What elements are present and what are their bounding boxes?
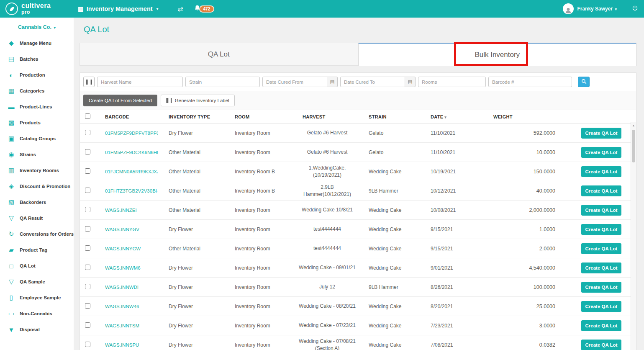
row-checkbox[interactable] — [85, 130, 90, 135]
sidebar-item-discount-promotion[interactable]: ◈ Discount & Promotion — [0, 178, 74, 194]
tab-qa-lot[interactable]: QA Lot — [80, 43, 358, 66]
sidebar-item-qa-result[interactable]: ▽ QA Result — [0, 210, 74, 226]
row-checkbox[interactable] — [85, 207, 90, 212]
inventory-type-cell: Dry Flower — [160, 316, 226, 335]
inventory-type-cell: Other Material — [160, 143, 226, 162]
non-cannabis-icon: ▭ — [8, 310, 15, 317]
create-qa-lot-button[interactable]: Create QA Lot — [581, 340, 622, 350]
sidebar-item-employee-sample[interactable]: ▯ Employee Sample — [0, 290, 74, 306]
search-button[interactable] — [578, 77, 590, 87]
barcode-link[interactable]: WAGS.INNWM6 — [105, 265, 158, 270]
barcode-link[interactable]: 01FM5PZF9DC4K6N6H0VV — [105, 150, 158, 155]
create-qa-lot-from-selected-button[interactable]: Create QA Lot From Selected — [83, 95, 157, 106]
create-qa-lot-button[interactable]: Create QA Lot — [581, 262, 622, 273]
strain-input[interactable] — [185, 77, 260, 87]
create-qa-lot-button[interactable]: Create QA Lot — [581, 128, 622, 139]
sidebar-item-inventory-rooms[interactable]: ▥ Inventory Rooms — [0, 162, 74, 178]
create-qa-lot-button[interactable]: Create QA Lot — [581, 147, 622, 158]
sidebar-item-batches[interactable]: ▤ Batches — [0, 51, 74, 67]
col-header-harvest[interactable]: HARVEST — [294, 110, 360, 124]
row-checkbox[interactable] — [85, 168, 90, 174]
barcode-link[interactable]: WAGS.INNYGW — [105, 246, 158, 251]
sidebar-item-qa-sample[interactable]: ▽ QA Sample — [0, 274, 74, 290]
sidebar-item-non-cannabis[interactable]: ▭ Non-Cannabis — [0, 306, 74, 322]
sidebar-item-production[interactable]: ◐ Production — [0, 67, 74, 83]
generate-inventory-label-button[interactable]: Generate Inventory Label — [161, 95, 235, 106]
date-cell: 8/20/2021 — [422, 297, 485, 316]
sidebar-item-categories[interactable]: ▦ Categories — [0, 83, 74, 99]
row-checkbox[interactable] — [85, 322, 90, 328]
sidebar-item-strains[interactable]: ◉ Strains — [0, 147, 74, 162]
barcode-link[interactable]: WAGS.INNYGV — [105, 227, 158, 232]
barcode-number-input[interactable] — [488, 77, 572, 87]
row-checkbox[interactable] — [85, 149, 90, 154]
sidebar-item-catalog-groups[interactable]: ▣ Catalog Groups — [0, 131, 74, 147]
create-qa-lot-button[interactable]: Create QA Lot — [581, 282, 622, 293]
sidebar-item-manage-menu[interactable]: ◆ Manage Menu — [0, 35, 74, 51]
create-qa-lot-button[interactable]: Create QA Lot — [581, 320, 622, 331]
barcode-scan-button[interactable] — [83, 77, 95, 87]
col-header-weight[interactable]: WEIGHT — [485, 110, 572, 124]
date-cured-from-input[interactable] — [262, 77, 327, 87]
row-checkbox[interactable] — [85, 342, 90, 347]
col-header-date[interactable]: DATE ▾ — [422, 110, 485, 124]
create-qa-lot-button[interactable]: Create QA Lot — [581, 243, 622, 254]
row-checkbox[interactable] — [85, 226, 90, 232]
tab-bulk-inventory[interactable]: Bulk Inventory — [358, 43, 637, 66]
col-header-strain[interactable]: STRAIN — [360, 110, 422, 124]
notifications-button[interactable]: 472 — [194, 5, 215, 13]
barcode-link[interactable]: 01FHTZ3TGB2V2V30BH953 — [105, 188, 158, 193]
select-all-checkbox[interactable] — [85, 113, 90, 119]
col-header-inventory-type[interactable]: INVENTORY TYPE — [160, 110, 226, 124]
sidebar-item-conversions-for-orders[interactable]: ↻ Conversions for Orders — [0, 226, 74, 242]
sidebar-item-backorders[interactable]: ▧ Backorders — [0, 194, 74, 210]
weight-cell: 1.0000 — [485, 220, 572, 239]
row-checkbox[interactable] — [85, 284, 90, 289]
row-checkbox[interactable] — [85, 303, 90, 309]
create-qa-lot-button[interactable]: Create QA Lot — [581, 205, 622, 216]
sidebar-item-disposal[interactable]: ▼ Disposal — [0, 322, 74, 337]
col-header-barcode[interactable]: BARCODE — [97, 110, 160, 124]
col-header-room[interactable]: ROOM — [226, 110, 294, 124]
harvest-name-input[interactable] — [97, 77, 183, 87]
app-title-menu[interactable]: ▦ Inventory Management ▾ — [78, 5, 158, 12]
sidebar-item-products[interactable]: ▩ Products — [0, 115, 74, 131]
inventory-type-cell: Other Material — [160, 239, 226, 258]
create-qa-lot-button[interactable]: Create QA Lot — [581, 166, 622, 177]
sidebar-item-product-tag[interactable]: ▰ Product Tag — [0, 242, 74, 258]
barcode-link[interactable]: 01FJCMN0A5RR9KXJXJ6W — [105, 169, 158, 174]
table-scrollbar[interactable]: ▲ — [631, 122, 636, 350]
row-checkbox[interactable] — [85, 188, 90, 193]
company-selector[interactable]: Cannabis Co. ▾ — [0, 24, 74, 30]
barcode-link[interactable]: WAGS.INNW46 — [105, 304, 158, 309]
barcode-cell: WAGS.INNWM6 — [97, 258, 160, 278]
row-checkbox[interactable] — [85, 265, 90, 270]
harvest-cell: 2.9LB Hammer(10/12/2021) — [294, 181, 360, 201]
scroll-thumb[interactable] — [632, 130, 635, 162]
calendar-icon: ▤ — [408, 79, 412, 85]
barcode-link[interactable]: WAGS.INNTSM — [105, 323, 158, 328]
sidebar-item-product-lines[interactable]: ▬ Product-Lines — [0, 99, 74, 115]
logout-power-button[interactable] — [632, 5, 638, 13]
user-avatar[interactable] — [563, 3, 574, 14]
strain-cell: 9LB Hammer — [360, 278, 422, 297]
user-menu[interactable]: Franky Sawyer ▾ — [577, 6, 617, 12]
create-qa-lot-button[interactable]: Create QA Lot — [581, 301, 622, 312]
barcode-link[interactable]: WAGS.INNZEI — [105, 208, 158, 213]
create-qa-lot-button[interactable]: Create QA Lot — [581, 224, 622, 235]
date-cured-to-input[interactable] — [340, 77, 405, 87]
date-to-calendar-button[interactable]: ▤ — [405, 77, 416, 87]
room-cell: Inventory Room — [226, 258, 294, 278]
barcode-link[interactable]: WAGS.INNSPU — [105, 342, 158, 347]
weight-cell: 2.0000 — [485, 239, 572, 258]
create-qa-lot-button[interactable]: Create QA Lot — [581, 185, 622, 196]
scroll-up-arrow-icon[interactable]: ▲ — [631, 122, 636, 127]
brand-logo[interactable]: cultivera pro — [0, 3, 74, 15]
barcode-link[interactable]: 01FM5PZF9DPFVT8PFQV3 — [105, 131, 158, 136]
row-checkbox[interactable] — [85, 245, 90, 251]
swap-icon[interactable]: ⇄ — [177, 5, 183, 13]
date-from-calendar-button[interactable]: ▤ — [327, 77, 338, 87]
rooms-input[interactable] — [418, 77, 486, 87]
sidebar-item-qa-lot[interactable]: □ QA Lot — [0, 258, 74, 274]
barcode-link[interactable]: WAGS.INNWDI — [105, 285, 158, 290]
